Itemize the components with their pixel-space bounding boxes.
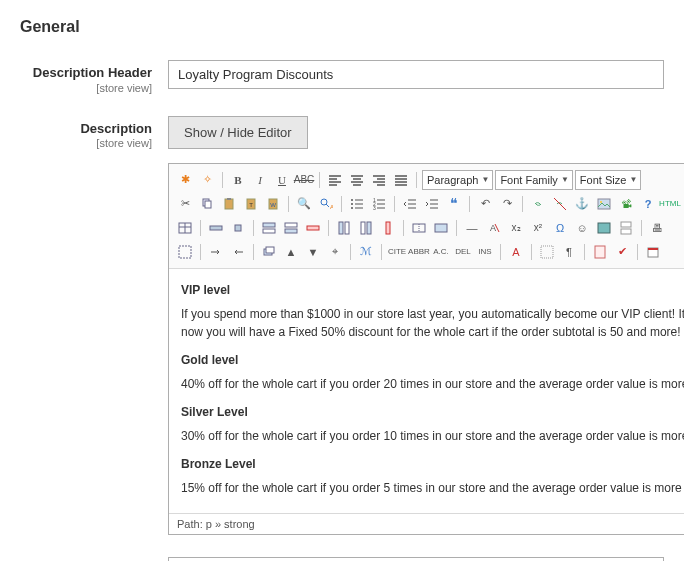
delete-row-button[interactable] bbox=[303, 218, 323, 238]
unordered-list-button[interactable] bbox=[347, 194, 367, 214]
link-button[interactable] bbox=[528, 194, 548, 214]
description-header-input[interactable] bbox=[168, 60, 664, 89]
merge-cells-button[interactable] bbox=[431, 218, 451, 238]
paragraph-select-value: Paragraph bbox=[427, 174, 478, 186]
special-char-button[interactable]: Ω bbox=[550, 218, 570, 238]
redo-button[interactable]: ↷ bbox=[497, 194, 517, 214]
paste-button[interactable] bbox=[219, 194, 239, 214]
separator bbox=[394, 196, 395, 212]
image-button[interactable] bbox=[594, 194, 614, 214]
separator bbox=[637, 244, 638, 260]
silver-text: 30% off for the whole cart if you order … bbox=[181, 427, 684, 445]
svg-rect-27 bbox=[345, 222, 349, 234]
attributes-button[interactable]: A bbox=[506, 242, 526, 262]
font-family-select[interactable]: Font Family▼ bbox=[495, 170, 572, 190]
superscript-button[interactable]: x² bbox=[528, 218, 548, 238]
font-size-select[interactable]: Font Size▼ bbox=[575, 170, 641, 190]
absolute-button[interactable]: ⌖ bbox=[325, 242, 345, 262]
rtl-button[interactable] bbox=[228, 242, 248, 262]
print-button[interactable]: 🖶 bbox=[647, 218, 667, 238]
svg-text:W: W bbox=[270, 202, 276, 208]
table-button[interactable] bbox=[175, 218, 195, 238]
separator bbox=[500, 244, 501, 260]
fullscreen-button[interactable] bbox=[175, 242, 195, 262]
label-scope: [store view] bbox=[20, 82, 152, 94]
separator bbox=[253, 244, 254, 260]
separator bbox=[381, 244, 382, 260]
insert-row-before-button[interactable] bbox=[259, 218, 279, 238]
strikethrough-button[interactable]: ABC bbox=[294, 170, 314, 190]
separator bbox=[522, 196, 523, 212]
layer-button[interactable] bbox=[259, 242, 279, 262]
iframe-button[interactable] bbox=[594, 218, 614, 238]
toolbar-row-1: ✱ ✧ B I U ABC Paragraph▼ Font Family▼ Fo… bbox=[175, 170, 684, 190]
find-button[interactable]: 🔍 bbox=[294, 194, 314, 214]
align-left-button[interactable] bbox=[325, 170, 345, 190]
outdent-button[interactable] bbox=[400, 194, 420, 214]
insert-variable-icon[interactable]: ✧ bbox=[197, 170, 217, 190]
cite-button[interactable]: CITE bbox=[387, 242, 407, 262]
insert-datetime-button[interactable] bbox=[643, 242, 663, 262]
paste-text-button[interactable]: T bbox=[241, 194, 261, 214]
ltr-button[interactable] bbox=[206, 242, 226, 262]
paragraph-select[interactable]: Paragraph▼ bbox=[422, 170, 493, 190]
stats-header-input[interactable] bbox=[168, 557, 664, 561]
align-justify-button[interactable] bbox=[391, 170, 411, 190]
vip-text: If you spend more than $1000 in our stor… bbox=[181, 305, 684, 341]
paste-word-button[interactable]: W bbox=[263, 194, 283, 214]
del-button[interactable]: DEL bbox=[453, 242, 473, 262]
insert-col-after-button[interactable] bbox=[356, 218, 376, 238]
style-props-button[interactable]: ℳ bbox=[356, 242, 376, 262]
html-button[interactable]: HTML bbox=[660, 194, 680, 214]
table-cell-props-button[interactable] bbox=[228, 218, 248, 238]
emoticon-button[interactable]: ☺ bbox=[572, 218, 592, 238]
bold-button[interactable]: B bbox=[228, 170, 248, 190]
editor-toolbar: ✱ ✧ B I U ABC Paragraph▼ Font Family▼ Fo… bbox=[169, 164, 684, 269]
editor-content-area[interactable]: VIP level If you spend more than $1000 i… bbox=[169, 269, 684, 513]
pagebreak-button[interactable] bbox=[616, 218, 636, 238]
show-hide-editor-button[interactable]: Show / Hide Editor bbox=[168, 116, 308, 149]
blockquote-button[interactable]: ❝ bbox=[444, 194, 464, 214]
remove-format-button[interactable]: A bbox=[484, 218, 504, 238]
ordered-list-button[interactable]: 123 bbox=[369, 194, 389, 214]
separator bbox=[319, 172, 320, 188]
italic-button[interactable]: I bbox=[250, 170, 270, 190]
subscript-button[interactable]: x₂ bbox=[506, 218, 526, 238]
separator bbox=[403, 220, 404, 236]
visual-chars-button[interactable] bbox=[537, 242, 557, 262]
unlink-button[interactable] bbox=[550, 194, 570, 214]
spellcheck-button[interactable]: ✔ bbox=[612, 242, 632, 262]
indent-button[interactable] bbox=[422, 194, 442, 214]
svg-rect-40 bbox=[541, 246, 553, 258]
svg-rect-16 bbox=[598, 199, 610, 209]
insert-col-before-button[interactable] bbox=[334, 218, 354, 238]
anchor-button[interactable]: ⚓ bbox=[572, 194, 592, 214]
cut-button[interactable]: ✂ bbox=[175, 194, 195, 214]
copy-button[interactable] bbox=[197, 194, 217, 214]
align-right-button[interactable] bbox=[369, 170, 389, 190]
editor-path: Path: p » strong bbox=[177, 518, 255, 530]
underline-button[interactable]: U bbox=[272, 170, 292, 190]
hr-button[interactable]: — bbox=[462, 218, 482, 238]
font-family-select-value: Font Family bbox=[500, 174, 557, 186]
insert-row-after-button[interactable] bbox=[281, 218, 301, 238]
media-button[interactable]: 📽 bbox=[616, 194, 636, 214]
align-center-button[interactable] bbox=[347, 170, 367, 190]
abbr-button[interactable]: ABBR bbox=[409, 242, 429, 262]
acronym-button[interactable]: A.C. bbox=[431, 242, 451, 262]
undo-button[interactable]: ↶ bbox=[475, 194, 495, 214]
move-forward-button[interactable]: ▲ bbox=[281, 242, 301, 262]
ins-button[interactable]: INS bbox=[475, 242, 495, 262]
help-button[interactable]: ? bbox=[638, 194, 658, 214]
find-replace-button[interactable]: A bbox=[316, 194, 336, 214]
insert-widget-icon[interactable]: ✱ bbox=[175, 170, 195, 190]
svg-rect-26 bbox=[339, 222, 343, 234]
svg-rect-3 bbox=[227, 198, 231, 200]
move-backward-button[interactable]: ▼ bbox=[303, 242, 323, 262]
separator bbox=[200, 244, 201, 260]
table-row-props-button[interactable] bbox=[206, 218, 226, 238]
template-button[interactable] bbox=[590, 242, 610, 262]
nbsp-button[interactable]: ¶ bbox=[559, 242, 579, 262]
delete-col-button[interactable] bbox=[378, 218, 398, 238]
split-cells-button[interactable] bbox=[409, 218, 429, 238]
